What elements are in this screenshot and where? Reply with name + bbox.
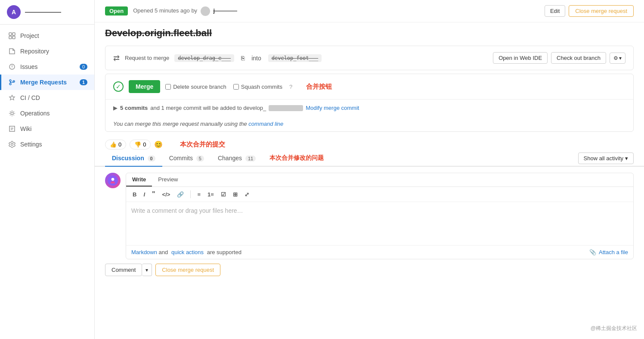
merge-icon <box>8 78 16 86</box>
top-bar-actions: Edit Close merge request <box>545 5 634 17</box>
delete-source-label[interactable]: Delete source branch <box>165 84 226 90</box>
help-icon[interactable]: ? <box>289 84 292 90</box>
sidebar-item-operations[interactable]: Operations <box>0 106 94 121</box>
gear-icon: ⚙ <box>613 55 618 61</box>
add-emoji-button[interactable]: 😊 <box>154 140 163 149</box>
top-bar: Open Opened 5 minutes ago by j———— Edit … <box>95 0 644 22</box>
commits-count-badge: 5 <box>196 156 204 162</box>
bold-button[interactable]: B <box>130 190 139 199</box>
sidebar-item-label-operations: Operations <box>20 110 50 117</box>
quick-actions-link[interactable]: quick actions <box>171 249 204 255</box>
reactions-area: 👍 0 👎 0 😊 本次合并的提交 <box>95 135 644 150</box>
tab-changes[interactable]: Changes 11 <box>211 150 263 167</box>
discussion-count: 0 <box>148 156 155 162</box>
comment-user-avatar <box>105 173 121 188</box>
issues-badge: 0 <box>80 64 87 70</box>
close-mr-bottom-button[interactable]: Close merge request <box>155 264 220 276</box>
comment-section: Write Preview B I " </> 🔗 ≡ 1≡ ☑ ⊞ ⤢ <box>95 167 644 259</box>
sidebar-item-label-merge-requests: Merge Requests <box>20 79 67 86</box>
editor-tab-write[interactable]: Write <box>126 173 152 187</box>
sidebar-item-wiki[interactable]: Wiki <box>0 121 94 137</box>
project-icon <box>8 32 16 40</box>
main-content: Open Opened 5 minutes ago by j———— Edit … <box>95 0 644 339</box>
reactions-row: 👍 0 👎 0 😊 <box>105 140 163 149</box>
source-branch: develop_drag_e___ <box>174 54 234 62</box>
close-mr-top-button[interactable]: Close merge request <box>569 5 634 17</box>
branch-label: Request to merge <box>125 55 169 61</box>
branch-card: ⇄ Request to merge develop_drag_e___ ⎘ i… <box>105 46 634 70</box>
task-list-button[interactable]: ☑ <box>219 190 228 199</box>
sidebar-item-project[interactable]: Project <box>0 28 94 44</box>
sidebar-nav: Project Repository Issues 0 Merge Reques… <box>0 25 94 339</box>
chevron-down-icon: ▾ <box>619 55 622 61</box>
repo-icon <box>8 47 16 55</box>
edit-button[interactable]: Edit <box>545 5 565 17</box>
thumbs-up-button[interactable]: 👍 0 <box>105 140 126 149</box>
svg-rect-0 <box>9 33 12 35</box>
sidebar-item-repository[interactable]: Repository <box>0 44 94 59</box>
ordered-list-button[interactable]: 1≡ <box>205 190 216 199</box>
italic-button[interactable]: I <box>141 190 147 199</box>
thumbs-down-button[interactable]: 👎 0 <box>130 140 151 149</box>
expand-button[interactable]: ⤢ <box>242 190 251 199</box>
tabs-bar: Discussion 0 Commits 5 Changes 11 本次合并修改… <box>95 150 644 167</box>
show-activity-button[interactable]: Show all activity ▾ <box>578 152 634 164</box>
tab-discussion[interactable]: Discussion 0 <box>105 150 162 167</box>
link-button[interactable]: 🔗 <box>175 190 186 199</box>
comment-dropdown-button[interactable]: ▾ <box>142 264 152 276</box>
branch-dropdown-button[interactable]: ⚙ ▾ <box>610 53 625 64</box>
comment-editor: Write Preview B I " </> 🔗 ≡ 1≡ ☑ ⊞ ⤢ <box>126 173 634 259</box>
svg-point-5 <box>12 68 12 68</box>
merge-commit-text: and 1 merge commit will be added to deve… <box>150 105 266 111</box>
quote-button[interactable]: " <box>150 190 158 199</box>
cicd-icon <box>8 94 16 102</box>
svg-point-7 <box>9 83 11 85</box>
commits-count: 5 commits <box>120 105 148 111</box>
merge-button[interactable]: Merge <box>129 80 160 93</box>
squash-commits-checkbox[interactable] <box>233 84 239 90</box>
paperclip-icon: 📎 <box>589 249 596 255</box>
code-button[interactable]: </> <box>160 190 173 199</box>
editor-tab-preview[interactable]: Preview <box>152 173 184 187</box>
toggle-arrow[interactable]: ▶ <box>113 105 118 111</box>
comment-button[interactable]: Comment <box>105 264 142 276</box>
tab-commits[interactable]: Commits 5 <box>162 150 211 167</box>
avatar: A <box>7 5 21 19</box>
can-merge-note: You can merge this merge request manuall… <box>105 116 633 131</box>
markdown-link[interactable]: Markdown <box>131 249 157 255</box>
wiki-icon <box>8 125 16 133</box>
table-button[interactable]: ⊞ <box>231 190 240 199</box>
changes-count-badge: 11 <box>245 156 256 162</box>
target-branch: develop_foot___ <box>268 54 322 62</box>
editor-container: Write Preview B I " </> 🔗 ≡ 1≡ ☑ ⊞ ⤢ <box>126 173 634 259</box>
tabs-right: Show all activity ▾ <box>578 152 634 164</box>
project-name: —————— <box>25 9 61 16</box>
markdown-support-text: Markdown and quick actions are supported <box>131 249 242 255</box>
sidebar-item-issues[interactable]: Issues 0 <box>0 59 94 75</box>
sidebar-header: A —————— <box>0 0 94 25</box>
svg-point-6 <box>9 80 11 81</box>
checkout-branch-button[interactable]: Check out branch <box>551 52 606 64</box>
open-web-ide-button[interactable]: Open in Web IDE <box>493 52 548 64</box>
command-line-link[interactable]: command line <box>248 121 283 127</box>
svg-point-12 <box>111 178 115 181</box>
modify-merge-commit-link[interactable]: Modify merge commit <box>306 105 359 111</box>
issue-icon <box>8 63 16 71</box>
sidebar: A —————— Project Repository Issues 0 <box>0 0 95 339</box>
merge-section: ✓ Merge Delete source branch Squash comm… <box>105 74 634 132</box>
sidebar-item-settings[interactable]: Settings <box>0 137 94 152</box>
editor-body[interactable]: Write a comment or drag your files here… <box>126 202 633 245</box>
sidebar-item-cicd[interactable]: CI / CD <box>0 90 94 106</box>
svg-point-10 <box>11 143 13 146</box>
delete-source-checkbox[interactable] <box>165 84 171 90</box>
sidebar-item-merge-requests[interactable]: Merge Requests 1 <box>0 75 94 90</box>
merge-requests-badge: 1 <box>80 79 87 85</box>
svg-rect-1 <box>12 33 15 35</box>
attach-file-button[interactable]: 📎 Attach a file <box>589 249 628 255</box>
copy-icon[interactable]: ⎘ <box>241 55 245 62</box>
mr-title: Develop.origin.fleet.ball <box>95 22 644 42</box>
annotation-commits: 本次合并的提交 <box>176 139 229 150</box>
squash-commits-label[interactable]: Squash commits <box>233 84 282 90</box>
bullet-list-button[interactable]: ≡ <box>195 190 203 199</box>
svg-point-9 <box>11 112 13 115</box>
